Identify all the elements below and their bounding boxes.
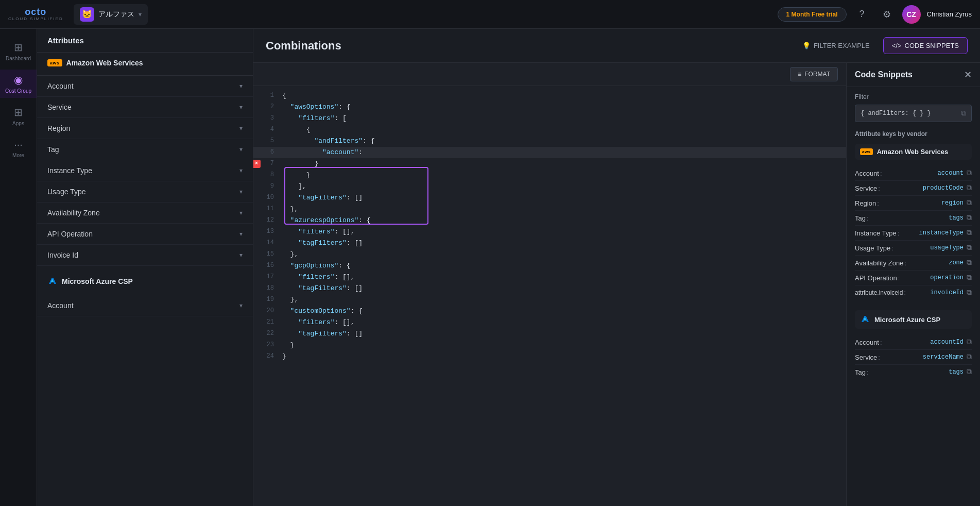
page-title: Combinations bbox=[266, 39, 341, 53]
line-content-13: "filters": [], bbox=[282, 227, 354, 238]
code-line-16: 16 "gcpOptions": { bbox=[253, 260, 846, 272]
copy-azure-tag-button[interactable]: ⧉ bbox=[967, 368, 972, 376]
snippets-panel-header: Code Snippets ✕ bbox=[847, 63, 980, 87]
help-button[interactable]: ? bbox=[853, 5, 871, 24]
code-line-13: 13 "filters": [], bbox=[253, 226, 846, 238]
copy-az-button[interactable]: ⧉ bbox=[967, 259, 972, 267]
editor-container: ≡ FORMAT 1{2 "awsOptions": {3 "filters":… bbox=[253, 63, 980, 506]
code-editor[interactable]: ≡ FORMAT 1{2 "awsOptions": {3 "filters":… bbox=[253, 63, 846, 506]
copy-account-button[interactable]: ⧉ bbox=[967, 169, 972, 177]
user-avatar[interactable]: CZ bbox=[902, 5, 921, 24]
line-number-24: 24 bbox=[257, 351, 274, 361]
attribute-keys-section-title: Attribute keys by vendor bbox=[855, 130, 972, 138]
azure-snippet-vendor-name: Microsoft Azure CSP bbox=[874, 316, 940, 324]
sidebar-item-more[interactable]: ··· More bbox=[0, 134, 37, 162]
top-nav: octo CLOUD SIMPLIFIED 🐱 アルファス ▾ 1 Month … bbox=[0, 0, 980, 29]
filter-example-button[interactable]: 💡 FILTER EXAMPLE bbox=[795, 38, 877, 54]
snippet-aws-tag: Tag: tags ⧉ bbox=[855, 211, 972, 226]
copy-azure-account-button[interactable]: ⧉ bbox=[967, 338, 972, 346]
workspace-name: アルファス bbox=[98, 10, 134, 19]
line-content-21: "filters": [], bbox=[282, 317, 354, 328]
line-content-17: "filters": [], bbox=[282, 272, 354, 283]
sidebar-item-cost-group-label: Cost Group bbox=[5, 88, 31, 94]
line-number-19: 19 bbox=[257, 295, 274, 305]
code-line-14: 14 "tagFilters": [] bbox=[253, 238, 846, 249]
code-line-17: 17 "filters": [], bbox=[253, 272, 846, 283]
snippet-aws-account-value: account bbox=[938, 170, 964, 177]
workspace-selector[interactable]: 🐱 アルファス ▾ bbox=[74, 4, 148, 25]
line-content-12: "azurecspOptions": { bbox=[282, 215, 371, 226]
format-button[interactable]: ≡ FORMAT bbox=[790, 67, 838, 81]
snippets-body: Filter { andFilters: { } } ⧉ Attribute k… bbox=[847, 87, 980, 506]
settings-button[interactable]: ⚙ bbox=[878, 5, 896, 24]
sidebar-item-dashboard[interactable]: ⊞ Dashboard bbox=[0, 37, 37, 65]
format-icon: ≡ bbox=[798, 71, 801, 78]
aws-snippet-vendor-name: Amazon Web Services bbox=[877, 148, 948, 156]
snippets-close-button[interactable]: ✕ bbox=[964, 70, 972, 79]
logo[interactable]: octo CLOUD SIMPLIFIED bbox=[8, 7, 63, 21]
header-actions: 💡 FILTER EXAMPLE </> CODE SNIPPETS bbox=[795, 37, 968, 54]
code-line-18: 18 "tagFilters": [] bbox=[253, 283, 846, 294]
attribute-api-operation[interactable]: API Operation ▾ bbox=[37, 224, 253, 245]
attribute-api-operation-chevron: ▾ bbox=[239, 230, 243, 238]
code-line-21: 21 "filters": [], bbox=[253, 317, 846, 328]
snippet-azure-tag: Tag: tags ⧉ bbox=[855, 365, 972, 379]
snippet-aws-instance-type: Instance Type: instanceType ⧉ bbox=[855, 226, 972, 241]
attribute-availability-zone[interactable]: Availability Zone ▾ bbox=[37, 203, 253, 224]
azure-snippet-section: Microsoft Azure CSP Account: accountId ⧉… bbox=[855, 310, 972, 379]
filter-copy-button[interactable]: ⧉ bbox=[961, 109, 966, 117]
workspace-icon: 🐱 bbox=[80, 7, 94, 22]
copy-instance-type-button[interactable]: ⧉ bbox=[967, 229, 972, 237]
attributes-list: aws Amazon Web Services Account ▾ Servic… bbox=[37, 53, 253, 506]
filter-section: Filter { andFilters: { } } ⧉ bbox=[855, 93, 972, 122]
trial-label: 1 Month Free trial bbox=[786, 11, 838, 18]
attribute-usage-type[interactable]: Usage Type ▾ bbox=[37, 181, 253, 203]
line-content-5: "andFilters": { bbox=[282, 136, 374, 147]
sidebar-item-apps[interactable]: ⊞ Apps bbox=[0, 102, 37, 130]
snippet-aws-invoice-id: attribute.invoiceid: invoiceId ⧉ bbox=[855, 285, 972, 300]
line-content-7: } bbox=[282, 159, 318, 170]
code-line-10: 10 "tagFilters": [] bbox=[253, 192, 846, 204]
copy-api-button[interactable]: ⧉ bbox=[967, 274, 972, 282]
line-number-13: 13 bbox=[257, 227, 274, 237]
aws-vendor-section: aws Amazon Web Services bbox=[37, 53, 253, 76]
user-name[interactable]: Christian Zyrus bbox=[927, 10, 972, 18]
trial-badge[interactable]: 1 Month Free trial bbox=[778, 7, 847, 22]
line-content-15: }, bbox=[282, 249, 298, 260]
line-content-16: "gcpOptions": { bbox=[282, 261, 351, 272]
attribute-azure-account[interactable]: Account ▾ bbox=[37, 295, 253, 316]
logo-sub: CLOUD SIMPLIFIED bbox=[8, 16, 63, 21]
line-number-10: 10 bbox=[257, 193, 274, 203]
snippet-aws-availability-zone: Availability Zone: zone ⧉ bbox=[855, 256, 972, 271]
copy-usage-type-button[interactable]: ⧉ bbox=[967, 244, 972, 252]
code-snippets-button[interactable]: </> CODE SNIPPETS bbox=[883, 37, 968, 54]
attribute-azure-account-label: Account bbox=[47, 301, 74, 310]
gear-icon: ⚙ bbox=[883, 9, 891, 20]
attribute-instance-type[interactable]: Instance Type ▾ bbox=[37, 160, 253, 181]
code-line-6: 6 "account": bbox=[253, 147, 846, 158]
copy-service-button[interactable]: ⧉ bbox=[967, 184, 972, 192]
attribute-region[interactable]: Region ▾ bbox=[37, 118, 253, 139]
attributes-title: Attributes bbox=[47, 36, 84, 45]
snippet-aws-usage-type-value: usageType bbox=[930, 244, 964, 251]
copy-invoice-button[interactable]: ⧉ bbox=[967, 289, 972, 297]
sidebar-item-cost-group[interactable]: ◉ Cost Group bbox=[0, 70, 37, 98]
snippet-aws-tag-value: tags bbox=[949, 214, 964, 222]
attribute-invoice-id[interactable]: Invoice Id ▾ bbox=[37, 245, 253, 266]
copy-tag-button[interactable]: ⧉ bbox=[967, 214, 972, 222]
snippet-aws-service: Service: productCode ⧉ bbox=[855, 181, 972, 196]
attribute-service[interactable]: Service ▾ bbox=[37, 97, 253, 118]
line-number-16: 16 bbox=[257, 261, 274, 271]
copy-region-button[interactable]: ⧉ bbox=[967, 199, 972, 207]
line-content-1: { bbox=[282, 91, 286, 102]
attribute-tag[interactable]: Tag ▾ bbox=[37, 139, 253, 160]
code-line-2: 2 "awsOptions": { bbox=[253, 102, 846, 113]
snippet-aws-region: Region: region ⧉ bbox=[855, 196, 972, 211]
snippet-azure-account-value: accountId bbox=[930, 339, 964, 346]
line-number-17: 17 bbox=[257, 272, 274, 282]
copy-azure-service-button[interactable]: ⧉ bbox=[967, 353, 972, 361]
line-content-9: ], bbox=[282, 181, 306, 192]
attribute-account[interactable]: Account ▾ bbox=[37, 76, 253, 97]
lightbulb-icon: 💡 bbox=[802, 42, 811, 49]
aws-snippet-vendor-header: aws Amazon Web Services bbox=[855, 144, 972, 160]
